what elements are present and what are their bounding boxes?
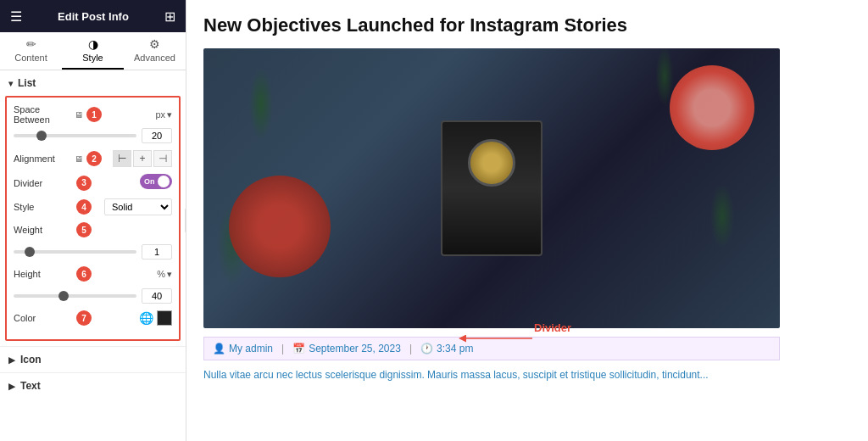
text-section-label: Text [20, 380, 41, 392]
text-section[interactable]: ▶ Text [0, 372, 186, 399]
height-row: Height 6 % ▾ [14, 266, 172, 282]
height-input[interactable]: 40 [142, 288, 172, 304]
color-row: Color 7 🌐 [14, 310, 172, 326]
time-icon: 🕐 [420, 343, 433, 354]
icon-section[interactable]: ▶ Icon [0, 346, 186, 372]
panel-tabs: ✏ Content ◑ Style ⚙ Advanced [0, 32, 186, 70]
red-rose-decoration [229, 176, 331, 277]
space-between-input[interactable]: 20 [142, 128, 172, 143]
style-select[interactable]: Solid Dashed Dotted [104, 198, 172, 215]
author-meta: 👤 My admin [213, 343, 273, 354]
weight-slider[interactable] [14, 250, 136, 254]
camera-decoration [441, 120, 542, 256]
article-image [203, 48, 780, 328]
weight-badge: 5 [76, 222, 92, 237]
left-panel: ☰ Edit Post Info ⊞ ✏ Content ◑ Style ⚙ A… [0, 0, 186, 441]
alignment-badge: 2 [86, 151, 102, 166]
panel-header: ☰ Edit Post Info ⊞ [0, 0, 186, 32]
meta-divider-2: | [409, 343, 412, 354]
list-arrow-icon: ▾ [8, 79, 13, 88]
hamburger-icon[interactable]: ☰ [10, 8, 22, 25]
list-label-text: List [18, 77, 36, 89]
tab-advanced[interactable]: ⚙ Advanced [124, 32, 186, 70]
height-unit-arrow: ▾ [167, 269, 172, 280]
panel-title: Edit Post Info [58, 10, 129, 23]
author-icon: 👤 [213, 343, 225, 354]
icon-section-label: Icon [20, 354, 42, 366]
date-icon: 📅 [292, 343, 305, 354]
style-row: Style 4 Solid Dashed Dotted [14, 198, 172, 215]
divider-label: Divider [14, 178, 73, 188]
divider-row: Divider 3 On [14, 174, 172, 192]
space-between-slider-row: 20 [14, 128, 172, 143]
list-controls: Space Between 🖥 1 px ▾ 20 Alignment 🖥 2 … [5, 96, 181, 341]
content-icon: ✏ [26, 37, 36, 51]
height-label: Height [14, 269, 73, 279]
tab-style-label: Style [82, 53, 103, 63]
divider-annotation-arrow [458, 330, 534, 347]
icon-section-arrow: ▶ [8, 355, 15, 365]
style-label: Style [14, 202, 73, 212]
align-right-button[interactable]: ⊣ [153, 150, 172, 167]
height-badge: 6 [76, 266, 92, 282]
monitor-icon: 🖥 [75, 110, 83, 120]
align-center-button[interactable]: + [133, 150, 152, 167]
space-unit-arrow: ▾ [167, 109, 172, 120]
panel-content: ▾ List Space Between 🖥 1 px ▾ 20 Alignme… [0, 70, 186, 441]
style-icon: ◑ [88, 37, 98, 51]
tab-style[interactable]: ◑ Style [62, 32, 124, 70]
alignment-label: Alignment [14, 154, 73, 164]
toggle-on-text: On [144, 177, 155, 186]
height-unit[interactable]: % [157, 269, 165, 279]
weight-row: Weight 5 [14, 222, 172, 237]
right-panel: New Objectives Launched for Instagram St… [186, 0, 868, 441]
style-badge: 4 [76, 199, 92, 215]
space-between-badge: 1 [86, 107, 102, 122]
space-between-row: Space Between 🖥 1 px ▾ [14, 104, 172, 125]
space-unit[interactable]: px [155, 109, 165, 120]
space-between-slider[interactable] [14, 134, 136, 137]
text-section-arrow: ▶ [8, 382, 15, 391]
article-title: New Objectives Launched for Instagram St… [203, 14, 851, 38]
weight-label: Weight [14, 225, 73, 235]
space-between-label: Space Between [14, 104, 73, 125]
tab-advanced-label: Advanced [134, 53, 175, 63]
alignment-buttons: ⊢ + ⊣ [113, 150, 172, 167]
author-text: My admin [229, 343, 273, 354]
alignment-row: Alignment 🖥 2 ⊢ + ⊣ [14, 150, 172, 167]
weight-input[interactable]: 1 [142, 244, 172, 260]
globe-icon[interactable]: 🌐 [139, 311, 153, 325]
tab-content[interactable]: ✏ Content [0, 32, 62, 70]
weight-slider-row: 1 [14, 244, 172, 260]
color-swatch[interactable] [157, 310, 172, 326]
divider-badge: 3 [76, 176, 92, 191]
date-meta: 📅 September 25, 2023 [292, 343, 401, 354]
divider-annotation-label: Divider [534, 321, 571, 334]
list-section-header[interactable]: ▾ List [0, 70, 186, 96]
grid-icon[interactable]: ⊞ [164, 8, 175, 25]
align-monitor-icon: 🖥 [75, 154, 83, 164]
align-left-button[interactable]: ⊢ [113, 150, 131, 167]
divider-toggle[interactable]: On [140, 174, 172, 192]
article-excerpt: Nulla vitae arcu nec lectus scelerisque … [203, 367, 780, 382]
height-slider[interactable] [14, 294, 136, 298]
height-slider-row: 40 [14, 288, 172, 304]
meta-divider-1: | [281, 343, 284, 354]
tab-content-label: Content [14, 53, 47, 63]
color-label: Color [14, 313, 73, 323]
advanced-icon: ⚙ [149, 37, 160, 51]
pink-rose-decoration [670, 65, 754, 150]
color-badge: 7 [76, 310, 92, 326]
date-text: September 25, 2023 [309, 343, 401, 354]
